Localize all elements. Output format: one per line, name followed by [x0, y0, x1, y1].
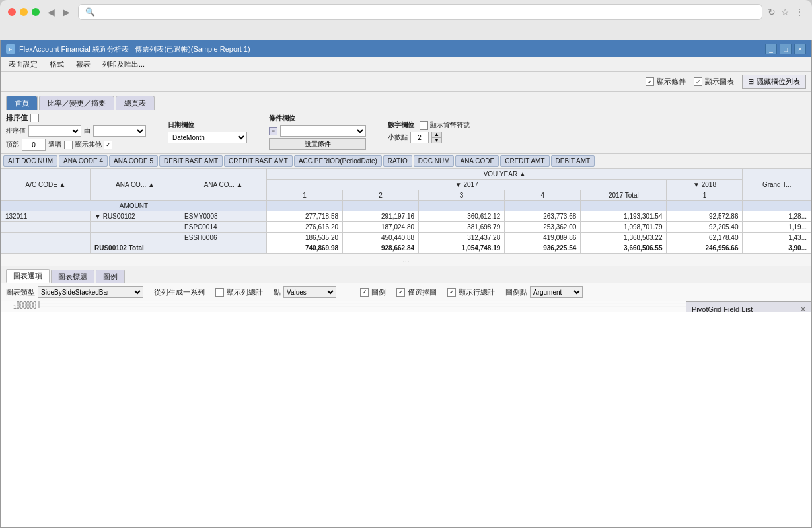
table-row: ESSH0006 186,535.20 450,440.88 312,437.2…: [1, 233, 811, 243]
row-q3-1: 381,698.79: [419, 222, 505, 233]
menu-surface-settings[interactable]: 表面設定: [3, 58, 43, 71]
top-input[interactable]: [22, 139, 46, 151]
row-q4-3: 936,225.54: [505, 243, 581, 254]
table-icon: ⊞: [748, 77, 754, 86]
minimize-dot[interactable]: [20, 8, 28, 16]
currency-checkbox[interactable]: [420, 121, 428, 130]
grand-total-header: Grand T...: [743, 169, 811, 201]
filter-checkbox[interactable]: [396, 288, 405, 297]
show-row-total-checkbox[interactable]: [447, 288, 456, 297]
ana-co2-header[interactable]: ANA CO... ▲: [180, 169, 267, 201]
pivot-field-alt-doc-num[interactable]: ALT DOC NUM: [3, 155, 57, 167]
chart-settings-row: 圖表類型 SideBySideStackedBar 從列生成一系列 顯示列總計: [1, 283, 811, 301]
show-other-checkbox[interactable]: [104, 141, 112, 149]
tab-total[interactable]: 總頁表: [116, 96, 155, 110]
pivot-field-ana-code[interactable]: ANA CODE: [455, 155, 499, 167]
show-chart-check[interactable]: 顯示圖表: [694, 77, 734, 87]
decimal-label: 小數點: [388, 133, 408, 142]
menu-report[interactable]: 報表: [71, 58, 96, 71]
app-window: F FlexAccount Financial 統近分析表 - 傳票列表(已過帳…: [0, 40, 812, 528]
pivot-field-debit-amt[interactable]: DEBIT AMT: [551, 155, 595, 167]
restore-button[interactable]: □: [780, 44, 792, 54]
back-button[interactable]: ◀: [45, 5, 57, 19]
row-ana2-1: ESPC0014: [180, 222, 267, 233]
refresh-icon[interactable]: ↻: [768, 7, 776, 17]
legend-checkbox[interactable]: [360, 288, 369, 297]
q4-2017-header[interactable]: 4: [505, 190, 581, 201]
date-field-select[interactable]: DateMonth: [168, 132, 247, 143]
pivot-field-list-header: PivotGrid Field List ×: [686, 302, 811, 312]
show-condition-checkbox[interactable]: [646, 77, 654, 86]
pivot-field-ana-code-5[interactable]: ANA CODE 5: [109, 155, 158, 167]
tab-home[interactable]: 首頁: [6, 96, 38, 110]
q2-2017-header[interactable]: 2: [343, 190, 419, 201]
q3-2017-header[interactable]: 3: [419, 190, 505, 201]
tab-ratio[interactable]: 比率／變更／摘要: [39, 96, 114, 110]
sort-dir-select[interactable]: [93, 125, 146, 137]
dot-values-select[interactable]: Values: [283, 286, 336, 298]
ana-co1-header[interactable]: ANA CO... ▲: [90, 169, 180, 201]
pivot-field-doc-num[interactable]: DOC NUM: [414, 155, 455, 167]
vou-year-header[interactable]: VOU YEAR ▲: [267, 169, 743, 180]
sort-by-select[interactable]: [28, 125, 81, 137]
browser-dots: [8, 8, 40, 16]
set-condition-button[interactable]: 設置條件: [269, 138, 366, 150]
close-dot[interactable]: [8, 8, 16, 16]
decimal-input[interactable]: [410, 132, 429, 143]
bookmark-icon[interactable]: ☆: [781, 7, 790, 17]
increase-checkbox[interactable]: [64, 141, 73, 149]
forward-button[interactable]: ▶: [60, 5, 73, 19]
grid-main: A/C CODE ▲ ANA CO... ▲ ANA CO... ▲ VOU Y…: [1, 169, 811, 527]
show-other-label: 顯示其他: [75, 140, 102, 149]
pivot-field-debit-base-amt[interactable]: DEBIT BASE AMT: [159, 155, 223, 167]
row-ac-code-2: [1, 233, 91, 243]
pivot-field-credit-base-amt[interactable]: CREDIT BASE AMT: [224, 155, 293, 167]
chart-area: 02000004000006000008000001000000 2017 | …: [1, 301, 811, 312]
q1-2018-header[interactable]: 1: [667, 190, 743, 201]
show-condition-label: 顯示條件: [657, 77, 686, 87]
hide-cols-button[interactable]: ⊞ 隱藏欄位列表: [742, 75, 806, 89]
close-button[interactable]: ×: [794, 44, 806, 54]
pivot-field-list-close-button[interactable]: ×: [801, 305, 805, 312]
cond-field-select[interactable]: [280, 125, 366, 137]
ac-code-header[interactable]: A/C CODE ▲: [1, 169, 91, 201]
pivot-field-credit-amt[interactable]: CREDIT AMT: [500, 155, 549, 167]
year-2017-header[interactable]: ▼ 2017: [267, 180, 667, 190]
chart-tab-options[interactable]: 圖表選項: [6, 269, 50, 283]
q1-2017-header[interactable]: 1: [267, 190, 343, 201]
browser-actions: ↻ ☆ ⋮: [768, 7, 804, 17]
title-bar: F FlexAccount Financial 統近分析表 - 傳票列表(已過帳…: [1, 40, 811, 57]
menu-print-export[interactable]: 列印及匯出...: [97, 58, 150, 71]
decimal-down-button[interactable]: ▼: [431, 137, 442, 143]
browser-chrome: ◀ ▶ 🔍 ↻ ☆ ⋮: [0, 0, 812, 40]
maximize-dot[interactable]: [32, 8, 40, 16]
pivot-field-ana-code-4[interactable]: ANA CODE 4: [59, 155, 108, 167]
year-2018-header[interactable]: ▼ 2018: [667, 180, 743, 190]
menu-icon[interactable]: ⋮: [795, 7, 804, 17]
decimal-up-button[interactable]: ▲: [431, 132, 442, 137]
row-ana1-0[interactable]: ▼ RUS00102: [90, 211, 180, 222]
chart-tab-title[interactable]: 圖表標題: [51, 270, 94, 283]
top-label: 頂部: [6, 140, 19, 149]
browser-nav: ◀ ▶: [45, 5, 73, 19]
svg-text:1000000: 1000000: [13, 303, 36, 310]
row-q1-2018-0: 92,572.86: [667, 211, 743, 222]
show-condition-check[interactable]: 顯示條件: [646, 77, 686, 87]
url-bar[interactable]: 🔍: [78, 4, 762, 20]
pivot-field-acc-period[interactable]: ACC PERIOD(PeriodDate): [294, 155, 382, 167]
search-icon: 🔍: [85, 7, 95, 17]
row-q3-2: 312,437.28: [419, 233, 505, 243]
show-chart-checkbox[interactable]: [694, 77, 702, 86]
argument-select[interactable]: Argument: [530, 286, 583, 298]
row-q2-0: 291,197.16: [343, 211, 419, 222]
menu-format[interactable]: 格式: [44, 58, 69, 71]
chart-tab-legend[interactable]: 圖例: [96, 270, 125, 283]
sort-checkbox[interactable]: [30, 114, 39, 122]
pivot-field-ratio[interactable]: RATIO: [383, 155, 412, 167]
chart-type-select[interactable]: SideBySideStackedBar: [38, 286, 143, 298]
legend-label: 圖例: [371, 287, 386, 297]
table-row: 132011 ▼ RUS00102 ESMY0008 277,718.58 29…: [1, 211, 811, 222]
show-total-checkbox[interactable]: [215, 288, 224, 297]
minimize-button[interactable]: _: [765, 44, 777, 54]
row-ana1-1: [90, 222, 180, 233]
